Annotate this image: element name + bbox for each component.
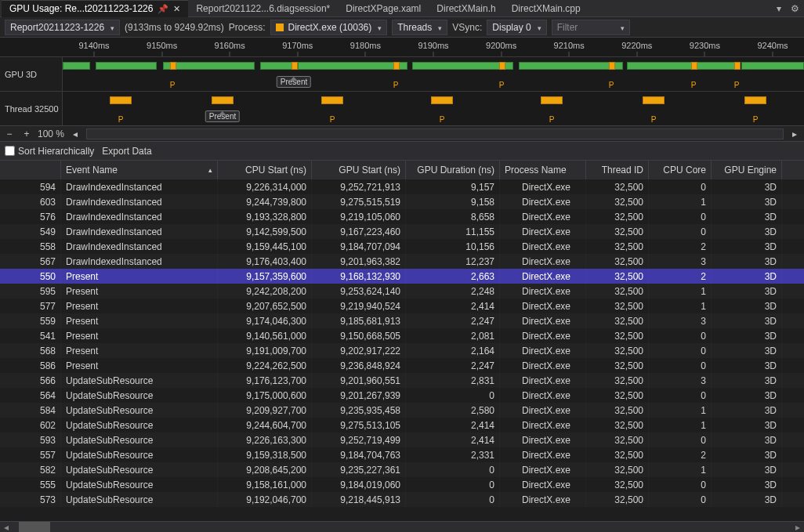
ruler-tick: 9160ms [215,41,245,50]
table-row[interactable]: 564UpdateSubResource9,175,000,6009,201,2… [0,388,804,403]
table-row[interactable]: 566UpdateSubResource9,176,123,7009,201,9… [0,373,804,388]
lane-gpu-3d: GPU 3D PPPPPPPPresent [0,56,804,91]
table-row[interactable]: 573UpdateSubResource9,192,046,7009,218,4… [0,492,804,507]
cell: DirectX.exe [500,328,586,343]
table-header-row: Event NameCPU Start (ns)GPU Start (ns)GP… [0,161,804,179]
ruler-tick: 9170ms [282,41,313,50]
column-header[interactable]: CPU Start (ns) [218,161,312,179]
cell: 3D [712,328,782,343]
cell: 11,155 [406,224,500,239]
present-marker: P [753,115,759,124]
process-dropdown[interactable]: DirectX.exe (10036) [270,20,388,35]
cell: 559 [0,313,61,328]
report-dropdown[interactable]: Report20211223-1226 [5,20,120,35]
pin-icon[interactable]: 📌 [158,4,168,14]
threads-dropdown[interactable]: Threads [392,20,447,35]
cell: 9,235,935,458 [312,403,406,418]
vsync-dropdown[interactable]: Display 0 [487,20,546,35]
column-header[interactable]: GPU Engine [712,161,782,179]
tab-directx-main-cpp[interactable]: DirectXMain.cpp [504,0,589,17]
sort-hierarchically-checkbox[interactable]: Sort Hierarchically [5,146,94,157]
filter-input[interactable]: Filter [552,20,630,35]
column-header[interactable]: Thread ID [586,161,649,179]
table-row[interactable]: 576DrawIndexedInstanced9,193,328,8009,21… [0,209,804,224]
cell: 2,081 [406,328,500,343]
ruler-tick: 9180ms [350,41,381,50]
cell: 558 [0,239,61,254]
cell: UpdateSubResource [61,432,218,447]
cell: 2,580 [406,403,500,418]
table-row[interactable]: 595Present9,242,208,2009,253,624,1402,24… [0,284,804,299]
table-row[interactable]: 559Present9,174,046,3009,185,681,9132,24… [0,313,804,328]
cell: 9,253,624,140 [312,284,406,299]
column-header[interactable]: Event Name [61,161,218,179]
table-body[interactable]: 594DrawIndexedInstanced9,226,314,0009,25… [0,179,804,507]
table-row[interactable]: 550Present9,157,359,6009,168,132,9302,66… [0,269,804,284]
tab-directx-page-xaml[interactable]: DirectXPage.xaml [338,0,429,17]
zoom-scroll-track[interactable] [86,128,784,139]
cell: 8,658 [406,209,500,224]
horizontal-scrollbar[interactable]: ◂ ▸ [0,521,804,532]
table-row[interactable]: 577Present9,207,652,5009,219,940,5242,41… [0,299,804,313]
table-row[interactable]: 558DrawIndexedInstanced9,159,445,1009,18… [0,239,804,254]
settings-gear-icon[interactable]: ⚙ [786,3,804,14]
cell: 9,185,681,913 [312,313,406,328]
cell: 9,252,721,913 [312,179,406,194]
cell: 9,184,707,094 [312,239,406,254]
cell: 3D [712,492,782,507]
table-row[interactable]: 603DrawIndexedInstanced9,244,739,8009,27… [0,194,804,209]
cell: Present [61,284,218,299]
timeline-panel: 9140ms9150ms9160ms9170ms9180ms9190ms9200… [0,38,804,126]
lane-body[interactable]: PPPPPPPPresent [63,57,804,91]
column-header[interactable]: CPU Core [649,161,712,179]
scroll-left-icon[interactable]: ◂ [0,522,13,532]
present-marker: P [609,81,614,89]
cell: 1 [649,418,712,432]
column-header[interactable]: GPU Duration (ns) [406,161,500,179]
cell: 3D [712,209,782,224]
cell: 9,201,963,382 [312,254,406,269]
cell: 9,201,960,551 [312,373,406,388]
cell: 32,500 [586,209,649,224]
tab-overflow-icon[interactable]: ▾ [772,3,786,14]
cell: Present [61,269,218,284]
cell: 9,244,604,700 [218,418,312,432]
lane-body[interactable]: PPPPPPPPresent [63,92,804,125]
cell: 9,218,445,913 [312,492,406,507]
chevron-down-icon [536,22,541,33]
tab-diagsession[interactable]: Report2021122...6.diagsession* [188,0,338,17]
tab-directx-main-h[interactable]: DirectXMain.h [429,0,503,17]
table-row[interactable]: 586Present9,224,262,5009,236,848,9242,24… [0,358,804,373]
export-data-link[interactable]: Export Data [102,146,151,157]
close-icon[interactable]: ✕ [173,4,180,14]
threads-label: Threads [397,22,432,33]
zoom-in-button[interactable]: + [20,128,33,139]
table-row[interactable]: 584UpdateSubResource9,209,927,7009,235,9… [0,403,804,418]
table-row[interactable]: 568Present9,191,009,7009,202,917,2222,16… [0,343,804,358]
table-row[interactable]: 555UpdateSubResource9,158,161,0009,184,0… [0,477,804,492]
zoom-step-left-icon[interactable]: ◂ [69,128,81,139]
table-row[interactable]: 557UpdateSubResource9,159,318,5009,184,7… [0,447,804,462]
scroll-right-icon[interactable]: ▸ [791,522,804,532]
table-row[interactable]: 567DrawIndexedInstanced9,176,403,4009,20… [0,254,804,269]
table-row[interactable]: 549DrawIndexedInstanced9,142,599,5009,16… [0,224,804,239]
tab-gpu-usage-report[interactable]: GPU Usage: Re...t20211223-1226 📌 ✕ [2,0,188,17]
cell: 32,500 [586,492,649,507]
table-row[interactable]: 602UpdateSubResource9,244,604,7009,275,5… [0,418,804,432]
column-header[interactable] [0,161,61,179]
column-header[interactable]: GPU Start (ns) [312,161,406,179]
zoom-out-button[interactable]: − [3,128,16,139]
time-ruler[interactable]: 9140ms9150ms9160ms9170ms9180ms9190ms9200… [63,41,804,56]
table-row[interactable]: 593UpdateSubResource9,226,163,3009,252,7… [0,432,804,447]
zoom-step-right-icon[interactable]: ▸ [788,128,801,139]
table-row[interactable]: 541Present9,140,561,0009,150,668,5052,08… [0,328,804,343]
table-row[interactable]: 582UpdateSubResource9,208,645,2009,235,2… [0,462,804,477]
cell: DrawIndexedInstanced [61,194,218,209]
zoom-level: 100 % [38,128,64,139]
table-row[interactable]: 594DrawIndexedInstanced9,226,314,0009,25… [0,179,804,194]
events-table: Event NameCPU Start (ns)GPU Start (ns)GP… [0,161,804,521]
cell: 32,500 [586,194,649,209]
document-tabs: GPU Usage: Re...t20211223-1226 📌 ✕ Repor… [0,0,804,17]
cell: 9,226,314,000 [218,179,312,194]
column-header[interactable]: Process Name [500,161,586,179]
